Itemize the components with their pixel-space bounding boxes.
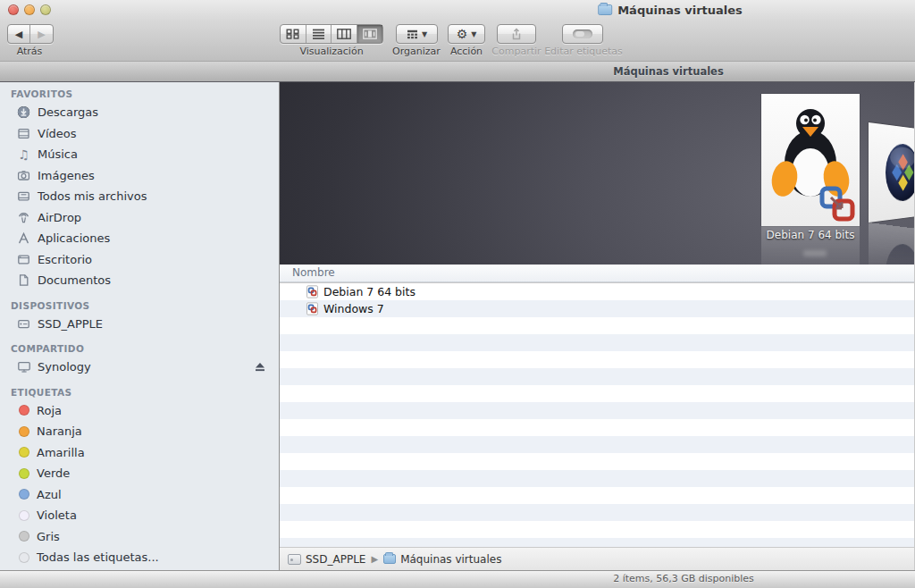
list-row-debian[interactable]: Debian 7 64 bits bbox=[280, 283, 914, 300]
share-button[interactable] bbox=[497, 24, 536, 44]
back-arrow-icon: ◀ bbox=[15, 29, 22, 39]
path-label: Máquinas virtuales bbox=[400, 553, 501, 566]
sidebar-tag-roja[interactable]: Roja bbox=[0, 400, 279, 422]
edit-tags-button[interactable] bbox=[562, 24, 603, 44]
applications-icon bbox=[16, 231, 31, 246]
sidebar-tag-verde[interactable]: Verde bbox=[0, 463, 279, 484]
sidebar-item-label: Naranja bbox=[37, 424, 82, 438]
sidebar-item-descargas[interactable]: Descargas bbox=[0, 102, 279, 123]
coverflow-area: Debian 7 64 bits bbox=[280, 82, 914, 265]
main-content: Debian 7 64 bits bbox=[280, 82, 914, 570]
sidebar-item-synology[interactable]: Synology bbox=[0, 357, 279, 378]
sidebar-item-label: Aplicaciones bbox=[38, 231, 110, 245]
file-name: Windows 7 bbox=[323, 302, 384, 315]
organize-button[interactable]: ▼ bbox=[396, 24, 438, 44]
folder-icon bbox=[598, 4, 612, 15]
action-button[interactable]: ⚙ ▼ bbox=[448, 24, 485, 44]
sidebar-item-label: Documentos bbox=[38, 273, 111, 287]
dropdown-arrow-icon: ▼ bbox=[422, 30, 427, 38]
path-segment-maquinas-virtuales[interactable]: Máquinas virtuales bbox=[383, 553, 501, 566]
coverflow-side-reflection bbox=[869, 223, 914, 265]
coverflow-card-windows[interactable] bbox=[869, 122, 914, 223]
sidebar-item-imagenes[interactable]: Imágenes bbox=[0, 165, 279, 187]
sidebar-item-ssd-apple[interactable]: SSD_APPLE bbox=[0, 314, 279, 335]
sidebar-item-airdrop[interactable]: AirDrop bbox=[0, 207, 279, 229]
action-label: Acción bbox=[450, 46, 483, 57]
sidebar-tag-violeta[interactable]: Violeta bbox=[0, 505, 279, 526]
vmware-file-icon bbox=[306, 285, 319, 298]
path-separator-icon: ▶ bbox=[371, 554, 378, 564]
sidebar-item-todos-mis-archivos[interactable]: Todos mis archivos bbox=[0, 186, 279, 207]
path-segment-ssd-apple[interactable]: SSD_APPLE bbox=[288, 553, 365, 566]
sidebar-tag-naranja[interactable]: Naranja bbox=[0, 421, 279, 442]
sidebar-item-label: Escritorio bbox=[38, 253, 92, 266]
eject-button[interactable] bbox=[253, 360, 267, 374]
list-column-header[interactable]: Nombre bbox=[280, 265, 914, 282]
sidebar-item-label: Roja bbox=[37, 404, 62, 417]
sidebar-item-label: Violeta bbox=[37, 508, 77, 522]
status-text: 2 ítems, 56,3 GB disponibles bbox=[613, 571, 754, 587]
display-icon bbox=[16, 359, 31, 374]
forward-arrow-icon: ▶ bbox=[38, 29, 45, 39]
music-note-icon: ♫ bbox=[16, 147, 31, 162]
traffic-lights bbox=[8, 4, 51, 15]
share-label: Compartir bbox=[491, 46, 541, 57]
coverflow-selected-label: Debian 7 64 bits bbox=[752, 229, 869, 241]
camera-icon bbox=[16, 168, 31, 183]
sidebar-tag-todas[interactable]: Todas las etiquetas... bbox=[0, 547, 279, 568]
sidebar-item-label: Verde bbox=[37, 466, 70, 480]
minimize-button[interactable] bbox=[24, 4, 35, 15]
gear-icon: ⚙ bbox=[457, 28, 468, 40]
tux-vmware-icon bbox=[761, 94, 860, 226]
document-icon bbox=[16, 273, 31, 288]
back-button[interactable]: ◀ bbox=[8, 25, 30, 43]
sidebar-item-musica[interactable]: ♫ Música bbox=[0, 144, 279, 165]
sidebar-item-escritorio[interactable]: Escritorio bbox=[0, 249, 279, 271]
tab-maquinas-virtuales[interactable]: Máquinas virtuales bbox=[613, 62, 724, 81]
tag-pill-icon bbox=[573, 29, 592, 38]
forward-button[interactable]: ▶ bbox=[30, 25, 53, 43]
tag-color-dot bbox=[19, 552, 29, 563]
column-view-button[interactable] bbox=[332, 25, 357, 43]
sidebar-tag-azul[interactable]: Azul bbox=[0, 484, 279, 506]
organize-label: Organizar bbox=[392, 46, 441, 57]
vmware-file-icon bbox=[306, 302, 319, 315]
sidebar-item-aplicaciones[interactable]: Aplicaciones bbox=[0, 228, 279, 249]
airdrop-icon bbox=[16, 210, 31, 225]
folder-icon bbox=[383, 554, 396, 564]
tag-color-dot bbox=[19, 489, 29, 500]
film-icon bbox=[16, 126, 31, 141]
coverflow-label-reflection bbox=[803, 250, 827, 256]
icon-view-button[interactable] bbox=[281, 25, 306, 43]
coverflow-card-debian[interactable] bbox=[761, 94, 860, 226]
sidebar-item-label: Imágenes bbox=[38, 169, 95, 182]
view-label: Visualización bbox=[299, 46, 363, 57]
share-icon bbox=[509, 28, 524, 40]
close-button[interactable] bbox=[8, 4, 19, 15]
back-label: Atrás bbox=[17, 46, 43, 57]
file-list: Debian 7 64 bits Windows 7 bbox=[280, 283, 914, 547]
sidebar-tag-amarilla[interactable]: Amarilla bbox=[0, 442, 279, 464]
sidebar-item-label: Descargas bbox=[38, 105, 98, 119]
zoom-button[interactable] bbox=[40, 4, 51, 15]
list-row-windows[interactable]: Windows 7 bbox=[280, 300, 914, 317]
sidebar-item-label: Todos mis archivos bbox=[38, 189, 147, 203]
coverflow-view-button[interactable] bbox=[357, 25, 382, 43]
sidebar-item-label: Amarilla bbox=[37, 446, 85, 459]
sidebar-item-label: SSD_APPLE bbox=[38, 317, 103, 331]
sidebar-item-label: AirDrop bbox=[38, 211, 81, 224]
sidebar-item-label: Azul bbox=[37, 488, 62, 501]
window-title: Máquinas virtuales bbox=[598, 0, 743, 20]
column-view-icon bbox=[337, 29, 351, 39]
sidebar-item-label: Synology bbox=[38, 360, 91, 374]
dropdown-arrow-icon: ▼ bbox=[471, 30, 476, 38]
path-label: SSD_APPLE bbox=[306, 553, 365, 566]
sidebar: FAVORITOS Descargas Vídeos ♫ Música Imág… bbox=[0, 82, 280, 570]
column-nombre[interactable]: Nombre bbox=[292, 266, 335, 279]
sidebar-item-documentos[interactable]: Documentos bbox=[0, 270, 279, 291]
list-view-button[interactable] bbox=[306, 25, 332, 43]
sidebar-tag-gris[interactable]: Gris bbox=[0, 526, 279, 548]
sidebar-item-videos[interactable]: Vídeos bbox=[0, 123, 279, 145]
file-name: Debian 7 64 bits bbox=[323, 285, 416, 298]
tag-color-dot bbox=[19, 468, 29, 479]
